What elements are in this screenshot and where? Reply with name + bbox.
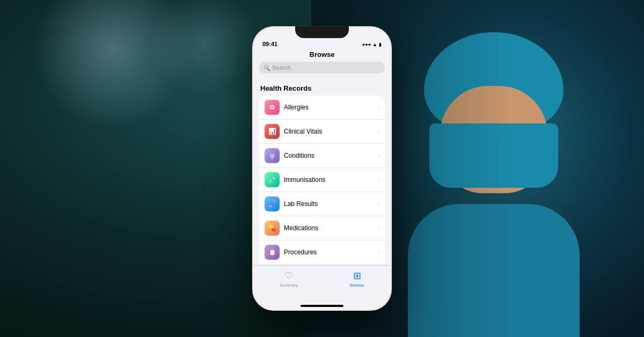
- nav-title: Browse: [254, 49, 390, 62]
- icon-lab-results: 🧬: [265, 196, 280, 211]
- icon-medications: 💊: [265, 221, 280, 236]
- list-item-procedures[interactable]: 📋 Procedures ›: [259, 240, 385, 265]
- tab-label-summary: Summary: [280, 283, 298, 288]
- search-placeholder: Search: [272, 64, 291, 71]
- chevron-allergies: ›: [378, 105, 379, 111]
- chevron-clinical-vitals: ›: [378, 129, 379, 135]
- label-allergies: Allergies: [284, 104, 378, 111]
- label-immunisations: Immunisations: [284, 176, 378, 184]
- section-title: Health Records: [259, 79, 385, 96]
- phone-wrapper: 09:41 ●●● ▲ ▮ Browse 🔍 Search Health Rec…: [252, 26, 392, 311]
- battery-icon: ▮: [379, 42, 382, 47]
- list-item-medications[interactable]: 💊 Medications ›: [259, 216, 385, 240]
- list-item-lab-results[interactable]: 🧬 Lab Results ›: [259, 192, 385, 216]
- tab-summary[interactable]: ♡ Summary: [280, 270, 298, 288]
- tab-browse[interactable]: ⊞ Browse: [350, 270, 364, 288]
- icon-clinical-vitals: 📊: [265, 124, 280, 139]
- status-time: 09:41: [262, 41, 277, 47]
- tab-label-browse: Browse: [350, 283, 364, 288]
- search-bar[interactable]: 🔍 Search: [259, 62, 385, 74]
- scroll-content: Health Records ✿ Allergies › 📊 Clinical …: [254, 79, 390, 265]
- list-item-allergies[interactable]: ✿ Allergies ›: [259, 96, 385, 120]
- search-icon: 🔍: [264, 65, 270, 71]
- label-medications: Medications: [284, 224, 378, 232]
- label-clinical-vitals: Clinical Vitals: [284, 128, 378, 135]
- icon-allergies: ✿: [265, 100, 280, 115]
- chevron-immunisations: ›: [378, 177, 379, 183]
- phone-frame: 09:41 ●●● ▲ ▮ Browse 🔍 Search Health Rec…: [252, 26, 392, 311]
- tab-bar: ♡ Summary ⊞ Browse: [254, 265, 390, 303]
- phone-notch: [295, 26, 349, 38]
- icon-conditions: ψ: [265, 148, 280, 163]
- chevron-lab-results: ›: [378, 201, 379, 207]
- chevron-conditions: ›: [378, 153, 379, 159]
- list-item-clinical-documents[interactable]: 📄 Clinical Documents ›: [259, 265, 385, 265]
- signal-icon: ●●●: [362, 42, 371, 47]
- status-icons: ●●● ▲ ▮: [362, 42, 382, 47]
- label-procedures: Procedures: [284, 248, 378, 256]
- health-records-list: ✿ Allergies › 📊 Clinical Vitals › ψ Cond…: [259, 96, 385, 265]
- label-lab-results: Lab Results: [284, 200, 378, 208]
- list-item-immunisations[interactable]: 💉 Immunisations ›: [259, 168, 385, 192]
- list-item-conditions[interactable]: ψ Conditions ›: [259, 144, 385, 168]
- label-conditions: Conditions: [284, 152, 378, 159]
- phone-screen: 09:41 ●●● ▲ ▮ Browse 🔍 Search Health Rec…: [254, 28, 390, 309]
- chevron-medications: ›: [378, 225, 379, 231]
- wifi-icon: ▲: [372, 42, 377, 47]
- list-item-clinical-vitals[interactable]: 📊 Clinical Vitals ›: [259, 120, 385, 144]
- home-indicator: [301, 305, 343, 307]
- chevron-procedures: ›: [378, 250, 379, 255]
- tab-icon-browse: ⊞: [353, 270, 361, 282]
- tab-icon-summary: ♡: [284, 270, 293, 282]
- icon-procedures: 📋: [265, 245, 280, 260]
- icon-immunisations: 💉: [265, 172, 280, 187]
